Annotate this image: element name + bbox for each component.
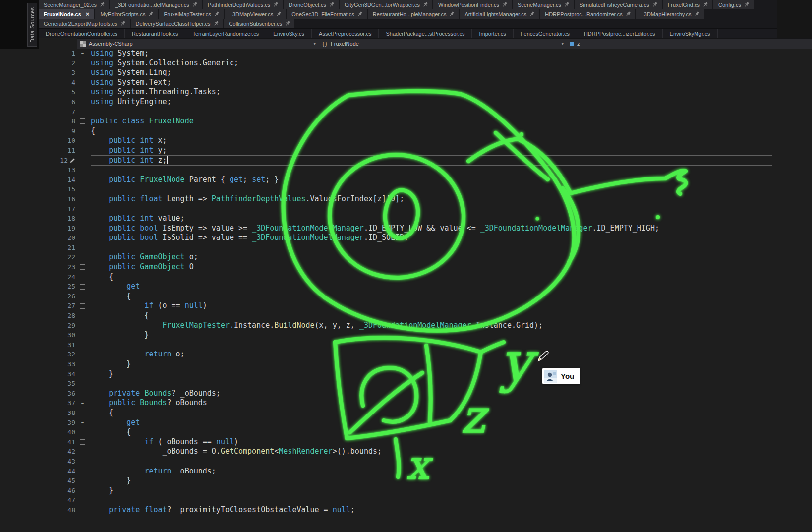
pin-icon[interactable] (702, 1, 708, 8)
code-line-44[interactable]: 44 return _oBounds; (0, 467, 812, 476)
code-line-41[interactable]: 41− if (_oBounds == null) (0, 437, 812, 447)
tab-RestaurantHook.cs[interactable]: RestaurantHook.cs (125, 29, 186, 38)
tab-FencesGenerator.cs[interactable]: FencesGenerator.cs (514, 29, 577, 38)
code-line-3[interactable]: 3using System.Linq; (0, 68, 812, 78)
tab-ShaderPackage...stProcessor.cs[interactable]: ShaderPackage...stProcessor.cs (379, 29, 472, 38)
tab-DroneOrientationController.cs[interactable]: DroneOrientationController.cs (39, 29, 125, 38)
tab-Importer.cs[interactable]: Importer.cs (472, 29, 513, 38)
fold-toggle[interactable]: − (80, 51, 85, 56)
code-line-40[interactable]: 40 { (0, 427, 812, 437)
tab-_3DMapViewer.cs[interactable]: _3DMapViewer.cs (225, 9, 286, 19)
code-line-4[interactable]: 4using System.Text; (0, 78, 812, 88)
tab-Config.cs[interactable]: Config.cs (713, 0, 754, 9)
code-line-20[interactable]: 20 public bool IsSolid => value == _3DFo… (0, 233, 812, 243)
tab-PathfinderDepthValues.cs[interactable]: PathfinderDepthValues.cs (203, 0, 283, 9)
code-line-22[interactable]: 22 public GameObject o; (0, 252, 812, 262)
code-line-7[interactable]: 7 (0, 107, 812, 117)
code-line-9[interactable]: 9{ (0, 126, 812, 136)
tab-SceneManager.cs[interactable]: SceneManager.cs (513, 0, 574, 9)
tab-SimulatedFisheyeCamera.cs[interactable]: SimulatedFisheyeCamera.cs (575, 0, 662, 9)
code-line-2[interactable]: 2using System.Collections.Generic; (0, 59, 812, 68)
code-line-32[interactable]: 32 return o; (0, 350, 812, 359)
pin-icon[interactable] (356, 11, 363, 18)
pin-icon[interactable] (119, 20, 126, 27)
pin-icon[interactable] (328, 1, 335, 8)
fold-toggle[interactable]: − (80, 264, 85, 270)
code-line-28[interactable]: 28 { (0, 311, 812, 321)
code-line-19[interactable]: 19 public bool IsEmpty => value >= _3DFo… (0, 224, 812, 234)
code-line-42[interactable]: 42 _oBounds = O.GetComponent<MeshRendere… (0, 447, 812, 457)
tab-WindowPositionFinder.cs[interactable]: WindowPositionFinder.cs (433, 0, 512, 9)
pin-icon[interactable] (449, 11, 455, 18)
code-line-1[interactable]: 1−using System; (0, 49, 812, 59)
tab-FruxelNode.cs[interactable]: FruxelNode.cs× (39, 9, 94, 19)
tab-AssetPreprocessor.cs[interactable]: AssetPreprocessor.cs (312, 29, 379, 38)
code-line-30[interactable]: 30 } (0, 330, 812, 340)
tab-SceneManager_02.cs[interactable]: SceneManager_02.cs (39, 0, 109, 9)
code-line-5[interactable]: 5using System.Threading.Tasks; (0, 87, 812, 97)
pin-icon[interactable] (99, 1, 105, 8)
code-line-14[interactable]: 14 public FruxelNode Parent { get; set; … (0, 175, 812, 185)
tab-MyEditorScripts.cs[interactable]: MyEditorScripts.cs (95, 9, 158, 19)
tab-RestaurantHo...pleManager.cs[interactable]: RestaurantHo...pleManager.cs (368, 9, 459, 19)
code-editor[interactable]: 1−using System;2using System.Collections… (0, 49, 812, 532)
fold-toggle[interactable]: − (80, 401, 85, 406)
pin-icon[interactable] (651, 1, 658, 8)
pin-icon[interactable] (625, 11, 631, 18)
pin-icon[interactable] (148, 11, 154, 18)
breadcrumb-type-dropdown[interactable]: {} FruxelNode ▾ (319, 39, 567, 49)
fold-toggle[interactable]: − (80, 118, 85, 124)
pin-icon[interactable] (563, 1, 570, 8)
code-line-24[interactable]: 24 { (0, 272, 812, 282)
breadcrumb-member-dropdown[interactable]: z (567, 39, 583, 49)
code-line-39[interactable]: 39− get (0, 418, 812, 428)
breadcrumb-project-dropdown[interactable]: Assembly-CSharp ▾ (77, 39, 319, 49)
pin-icon[interactable] (422, 1, 428, 8)
code-line-48[interactable]: 48 private float? _proximityToClosestObs… (0, 505, 812, 515)
code-line-46[interactable]: 46 } (0, 486, 812, 496)
tab-CityGen3DGen...torWrapper.cs[interactable]: CityGen3DGen...torWrapper.cs (340, 0, 432, 9)
fold-toggle[interactable]: − (80, 303, 85, 309)
code-line-17[interactable]: 17 (0, 204, 812, 214)
tab-Generator2ExportMapTools.cs[interactable]: Generator2ExportMapTools.cs (39, 19, 130, 28)
fold-toggle[interactable]: − (80, 284, 85, 290)
pin-icon[interactable] (285, 20, 291, 27)
pin-icon[interactable] (694, 11, 700, 18)
code-line-10[interactable]: 10 public int x; (0, 136, 812, 146)
tab-DeliverySurfaceClassHelper.cs[interactable]: DeliverySurfaceClassHelper.cs (131, 19, 223, 28)
tab-_3DMapHierarchy.cs[interactable]: _3DMapHierarchy.cs (636, 9, 704, 19)
code-line-11[interactable]: 11 public int y; (0, 146, 812, 156)
tab-ArtificialLightsManager.cs[interactable]: ArtificialLightsManager.cs (460, 9, 539, 19)
code-line-8[interactable]: 8−public class FruxelNode (0, 117, 812, 126)
pin-icon[interactable] (191, 1, 198, 8)
fold-toggle[interactable]: − (80, 420, 85, 425)
tab-EnviroSkyMgr.cs[interactable]: EnviroSkyMgr.cs (663, 29, 718, 38)
code-line-43[interactable]: 43 (0, 457, 812, 467)
tab-HDRPPostproc...izerEditor.cs[interactable]: HDRPPostproc...izerEditor.cs (577, 29, 663, 38)
tab-OneSec3D_FileFormat.cs[interactable]: OneSec3D_FileFormat.cs (287, 9, 367, 19)
code-line-38[interactable]: 38 { (0, 408, 812, 418)
code-line-6[interactable]: 6using UnityEngine; (0, 97, 812, 107)
code-line-13[interactable]: 13 (0, 165, 812, 175)
code-line-25[interactable]: 25− get (0, 282, 812, 292)
data-sources-tab[interactable]: Data Sources (27, 3, 37, 47)
pin-icon[interactable] (276, 11, 282, 18)
code-line-16[interactable]: 16 public float Length => PathfinderDept… (0, 194, 812, 204)
code-line-45[interactable]: 45 } (0, 476, 812, 486)
pin-icon[interactable] (273, 1, 279, 8)
close-icon[interactable]: × (85, 11, 90, 17)
pin-icon[interactable] (743, 1, 750, 8)
tab-DroneObject.cs[interactable]: DroneObject.cs (284, 0, 339, 9)
code-line-35[interactable]: 35 (0, 379, 812, 389)
chevron-down-icon[interactable]: ▾ (561, 41, 564, 46)
tab-HDRPPostproc...Randomizer.cs[interactable]: HDRPPostproc...Randomizer.cs (540, 9, 635, 19)
code-line-29[interactable]: 29 FruxelMapTester.Instance.BuildNode(x,… (0, 321, 812, 331)
code-line-15[interactable]: 15 (0, 184, 812, 194)
tab-_3DFoundatio...delManager.cs[interactable]: _3DFoundatio...delManager.cs (110, 0, 202, 9)
code-line-18[interactable]: 18 public int value; (0, 214, 812, 224)
pin-icon[interactable] (213, 20, 219, 27)
code-line-12[interactable]: 12 public int z; (0, 156, 812, 166)
code-line-33[interactable]: 33 } (0, 359, 812, 369)
pin-icon[interactable] (213, 11, 220, 18)
code-line-34[interactable]: 34 } (0, 369, 812, 379)
